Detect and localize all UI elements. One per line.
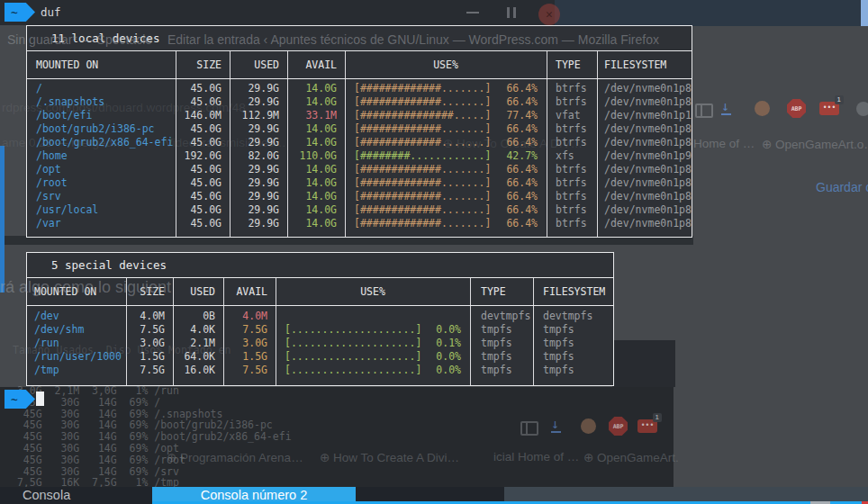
table-row: /dev4.0M0B4.0Mdevtmpfsdevtmpfs [27, 310, 613, 323]
usage-bar: [....................] [285, 364, 421, 377]
table-row: /srv45.0G29.9G14.0G[#############.......… [27, 190, 692, 203]
notification-badge: 1 [835, 95, 844, 104]
table-row: /root45.0G29.9G14.0G[#############......… [27, 176, 692, 190]
table-body: /dev4.0M0B4.0Mdevtmpfsdevtmpfs/dev/shm7.… [27, 306, 613, 385]
background-dark-region [0, 387, 674, 487]
column-header: SIZE [126, 285, 173, 298]
adblock-icon: ABP [787, 99, 806, 118]
usage-percent: 77.4% [506, 109, 538, 122]
column-header: USE% [276, 285, 470, 298]
column-header: USED [230, 58, 287, 71]
column-header: AVAIL [223, 285, 276, 298]
column-header: TYPE [470, 285, 533, 298]
terminal-top-strip [0, 0, 555, 25]
table-header-row: MOUNTED ONSIZEUSEDAVAILUSE%TYPEFILESYSTE… [27, 278, 613, 306]
usage-percent: 66.4% [506, 95, 538, 109]
desktop: ✕ ~ duf 11 local devices MOUNTED ONSIZEU… [0, 0, 868, 504]
table-row: /45.0G29.9G14.0G[#############.......]66… [27, 82, 692, 95]
table-row: /tmp7.5G16.0K7.5G[....................]0… [27, 364, 613, 377]
usage-bar: [#############.......] [354, 203, 491, 217]
usage-bar: [....................] [285, 337, 421, 350]
window-edge-highlight [861, 0, 868, 26]
usage-bar: [#############.......] [354, 217, 491, 230]
usage-percent: 66.4% [506, 163, 538, 176]
table-row: /.snapshots45.0G29.9G14.0G[#############… [27, 95, 692, 109]
usage-bar: [#############.......] [354, 190, 491, 203]
usage-bar: [#############.......] [354, 136, 491, 149]
usage-percent: 66.4% [506, 136, 538, 149]
usage-percent: 66.4% [506, 217, 538, 230]
duf-table-local-devices: 11 local devices MOUNTED ONSIZEUSEDAVAIL… [26, 25, 692, 238]
table-row: /usr/local45.0G29.9G14.0G[#############.… [27, 203, 692, 217]
column-header: SIZE [176, 58, 230, 71]
table-title: 5 special devices [27, 253, 613, 278]
usage-bar: [....................] [285, 350, 421, 364]
save-link-ghost: Guardar c [816, 180, 868, 194]
tab-consola[interactable]: Consola [23, 488, 70, 502]
bookmark-ghost: Home of … [693, 137, 755, 150]
table-title: 11 local devices [27, 26, 692, 51]
table-divider [597, 51, 598, 237]
table-row: /boot/grub2/i386-pc45.0G29.9G14.0G[#####… [27, 122, 692, 136]
download-icon: ↓ [721, 101, 731, 115]
usage-bar: [#############.......] [354, 176, 491, 190]
terminal-cursor [36, 392, 44, 406]
background-dark-column [612, 340, 675, 387]
table-row: /var45.0G29.9G14.0G[#############.......… [27, 217, 692, 230]
table-row: /dev/shm7.5G4.0K7.5G[...................… [27, 323, 613, 337]
table-row: /opt45.0G29.9G14.0G[#############.......… [27, 163, 692, 176]
usage-percent: 0.0% [436, 323, 461, 337]
usage-percent: 66.4% [506, 203, 538, 217]
duf-table-special-devices: 5 special devices MOUNTED ONSIZEUSEDAVAI… [26, 252, 614, 386]
table-row: /run/user/10001.5G64.0K1.5G[............… [27, 350, 613, 364]
table-body: /45.0G29.9G14.0G[#############.......]66… [27, 79, 692, 237]
terminal-tab-bar: Consola Consola número 2 [0, 487, 868, 504]
window-focus-strip [0, 146, 5, 292]
column-header: USED [173, 285, 223, 298]
table-divider [470, 278, 471, 385]
usage-bar: [#############.......] [354, 82, 491, 95]
table-divider [533, 278, 534, 385]
table-row: /run3.0G2.1M3.0G[....................]0.… [27, 337, 613, 350]
table-row: /boot/efi146.0M112.9M33.1M[#############… [27, 109, 692, 122]
firefox-titlebar-corner [555, 0, 868, 26]
usage-bar: [#############.......] [354, 122, 491, 136]
table-divider [276, 278, 276, 385]
table-row: /boot/grub2/x86_64-efi45.0G29.9G14.0G[##… [27, 136, 692, 149]
table-divider [345, 51, 346, 237]
usage-bar: [###############.....] [354, 109, 491, 122]
usage-percent: 66.4% [506, 176, 538, 190]
usage-bar: [########............] [354, 149, 491, 163]
password-manager-icon: ••• 1 [819, 102, 839, 115]
usage-percent: 42.7% [506, 149, 538, 163]
column-header: MOUNTED ON [27, 285, 126, 298]
table-divider [176, 51, 176, 237]
table-header-row: MOUNTED ONSIZEUSEDAVAILUSE%TYPEFILESYSTE… [27, 51, 692, 79]
bookmark-ghost: ⊕ OpenGameArt.o… [762, 137, 868, 151]
avatar [755, 101, 770, 116]
table-divider [547, 51, 547, 237]
sidebar-toggle-icon [695, 104, 713, 118]
usage-bar: [#############.......] [354, 95, 491, 109]
usage-percent: 0.0% [436, 364, 461, 377]
usage-percent: 66.4% [506, 190, 538, 203]
column-header: TYPE [547, 58, 597, 71]
usage-bar: [....................] [285, 323, 421, 337]
column-header: USE% [345, 58, 547, 71]
column-header: FILESYSTEM [533, 285, 613, 298]
column-header: MOUNTED ON [27, 58, 176, 71]
usage-percent: 0.1% [436, 337, 461, 350]
table-divider [287, 51, 288, 237]
usage-percent: 66.4% [506, 122, 538, 136]
usage-percent: 0.0% [436, 350, 461, 364]
extension-icon [856, 102, 868, 116]
column-header: FILESYSTEM [597, 58, 692, 71]
table-divider [223, 278, 224, 385]
column-header: AVAIL [287, 58, 345, 71]
usage-bar: [#############.......] [354, 163, 491, 176]
table-divider [126, 278, 127, 385]
terminal-command: duf [41, 5, 61, 19]
usage-percent: 66.4% [506, 82, 538, 95]
table-row: /home192.0G82.0G110.0G[########.........… [27, 149, 692, 163]
table-divider [173, 278, 174, 385]
